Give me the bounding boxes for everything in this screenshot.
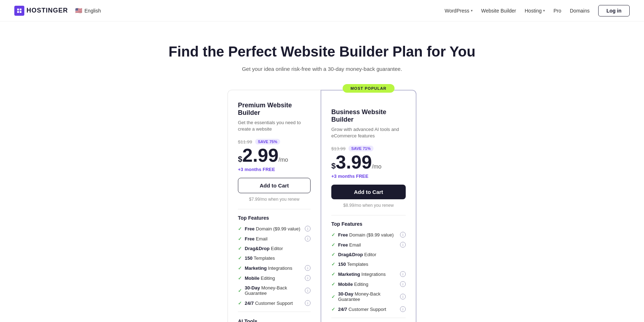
hero-subtitle: Get your idea online risk-free with a 30… <box>7 66 637 72</box>
logo[interactable]: HOSTINGER <box>14 6 68 16</box>
nav-item-hosting[interactable]: Hosting ▾ <box>525 8 545 14</box>
features-title-premium: Top Features <box>238 215 311 221</box>
plan-card-business-wrapper: MOST POPULAR Business Website Builder Gr… <box>321 90 416 322</box>
price-mo-premium: /mo <box>278 157 288 163</box>
price-main-business: $ 3.99 /mo <box>331 153 406 171</box>
check-icon: ✓ <box>238 275 242 281</box>
check-icon: ✓ <box>331 307 335 312</box>
feature-free-email-business: ✓ Free Email i <box>331 242 406 248</box>
original-price-premium: $11.99 <box>238 139 252 145</box>
price-row-premium: $11.99 SAVE 75% <box>238 139 311 145</box>
divider-ai-business <box>331 318 406 318</box>
info-icon[interactable]: i <box>400 271 406 277</box>
plan-desc-business: Grow with advanced AI tools and eCommerc… <box>331 126 406 139</box>
chevron-down-icon: ▾ <box>543 9 545 13</box>
renew-note-business: $8.99/mo when you renew <box>331 203 406 208</box>
check-icon: ✓ <box>331 294 335 299</box>
nav-item-domains[interactable]: Domains <box>570 8 590 14</box>
add-to-cart-button-premium[interactable]: Add to Cart <box>238 178 311 193</box>
price-number-premium: 2.99 <box>242 146 278 165</box>
chevron-down-icon: ▾ <box>471 9 473 13</box>
feature-free-domain-business: ✓ Free Domain ($9.99 value) i <box>331 232 406 238</box>
price-number-business: 3.99 <box>336 153 372 171</box>
check-icon: ✓ <box>238 246 242 251</box>
nav-item-wordpress[interactable]: WordPress ▾ <box>445 8 473 14</box>
feature-free-domain-premium: ✓ Free Domain ($9.99 value) i <box>238 226 311 231</box>
info-icon[interactable]: i <box>305 275 311 281</box>
info-icon[interactable]: i <box>400 306 406 312</box>
navbar: HOSTINGER 🇺🇸 English WordPress ▾ Website… <box>0 0 644 21</box>
plan-card-premium: Premium Website Builder Get the essentia… <box>228 90 321 322</box>
plan-desc-premium: Get the essentials you need to create a … <box>238 119 311 132</box>
free-months-premium: +3 months FREE <box>238 167 311 172</box>
check-icon: ✓ <box>238 301 242 306</box>
feature-drag-drop-premium: ✓ Drag&Drop Editor <box>238 246 311 251</box>
nav-item-pro[interactable]: Pro <box>553 8 561 14</box>
divider-ai-premium <box>238 312 311 312</box>
price-mo-business: /mo <box>372 164 381 170</box>
info-icon[interactable]: i <box>400 232 406 238</box>
check-icon: ✓ <box>238 226 242 231</box>
nav-item-website-builder[interactable]: Website Builder <box>481 8 516 14</box>
logo-icon <box>14 6 24 16</box>
check-icon: ✓ <box>238 288 242 293</box>
feature-support-premium: ✓ 24/7 Customer Support i <box>238 300 311 306</box>
info-icon[interactable]: i <box>305 236 311 241</box>
check-icon: ✓ <box>331 282 335 287</box>
features-list-business: ✓ Free Domain ($9.99 value) i ✓ Free Ema… <box>331 232 406 312</box>
original-price-business: $13.99 <box>331 146 346 151</box>
feature-templates-business: ✓ 150 Templates <box>331 262 406 267</box>
check-icon: ✓ <box>331 242 335 248</box>
info-icon[interactable]: i <box>305 226 311 231</box>
free-months-business: +3 months FREE <box>331 174 406 179</box>
check-icon: ✓ <box>331 232 335 238</box>
feature-support-business: ✓ 24/7 Customer Support i <box>331 306 406 312</box>
features-title-business: Top Features <box>331 221 406 227</box>
save-badge-premium: SAVE 75% <box>255 139 280 145</box>
lang-label: English <box>84 8 101 14</box>
check-icon: ✓ <box>331 272 335 277</box>
check-icon: ✓ <box>238 265 242 271</box>
divider-premium <box>238 209 311 209</box>
price-main-premium: $ 2.99 /mo <box>238 146 311 165</box>
price-row-business: $13.99 SAVE 71% <box>331 146 406 151</box>
ai-tools-title-premium: AI Tools <box>238 318 311 322</box>
info-icon[interactable]: i <box>400 294 406 299</box>
renew-note-premium: $7.99/mo when you renew <box>238 197 311 202</box>
plan-title-business: Business Website Builder <box>331 108 406 123</box>
popular-badge: MOST POPULAR <box>343 84 395 93</box>
add-to-cart-button-business[interactable]: Add to Cart <box>331 185 406 199</box>
info-icon[interactable]: i <box>400 281 406 287</box>
feature-free-email-premium: ✓ Free Email i <box>238 236 311 241</box>
feature-moneyback-business: ✓ 30-Day Money-Back Guarantee i <box>331 291 406 302</box>
plan-title-premium: Premium Website Builder <box>238 102 311 117</box>
plan-card-business: MOST POPULAR Business Website Builder Gr… <box>321 90 416 322</box>
logo-text: HOSTINGER <box>26 7 68 14</box>
flag-icon: 🇺🇸 <box>75 7 82 14</box>
feature-mobile-premium: ✓ Mobile Editing i <box>238 275 311 281</box>
pricing-row: Premium Website Builder Get the essentia… <box>7 90 637 322</box>
login-button[interactable]: Log in <box>598 5 630 16</box>
feature-marketing-business: ✓ Marketing Integrations i <box>331 271 406 277</box>
info-icon[interactable]: i <box>400 242 406 248</box>
check-icon: ✓ <box>331 252 335 257</box>
info-icon[interactable]: i <box>305 288 311 293</box>
features-list-premium: ✓ Free Domain ($9.99 value) i ✓ Free Ema… <box>238 226 311 306</box>
divider-business <box>331 215 406 215</box>
page-title: Find the Perfect Website Builder Plan fo… <box>7 43 637 60</box>
feature-moneyback-premium: ✓ 30-Day Money-Back Guarantee i <box>238 285 311 296</box>
price-dollar-business: $ <box>331 161 336 171</box>
check-icon: ✓ <box>238 255 242 261</box>
info-icon[interactable]: i <box>305 265 311 271</box>
language-selector[interactable]: 🇺🇸 English <box>75 7 101 14</box>
save-badge-business: SAVE 71% <box>348 146 374 151</box>
check-icon: ✓ <box>331 262 335 267</box>
feature-templates-premium: ✓ 150 Templates <box>238 255 311 261</box>
check-icon: ✓ <box>238 236 242 241</box>
info-icon[interactable]: i <box>305 300 311 306</box>
feature-mobile-business: ✓ Mobile Editing i <box>331 281 406 287</box>
feature-drag-drop-business: ✓ Drag&Drop Editor <box>331 252 406 257</box>
price-dollar-premium: $ <box>238 155 242 164</box>
navbar-right: WordPress ▾ Website Builder Hosting ▾ Pr… <box>445 5 630 16</box>
main-content: Find the Perfect Website Builder Plan fo… <box>0 21 644 322</box>
